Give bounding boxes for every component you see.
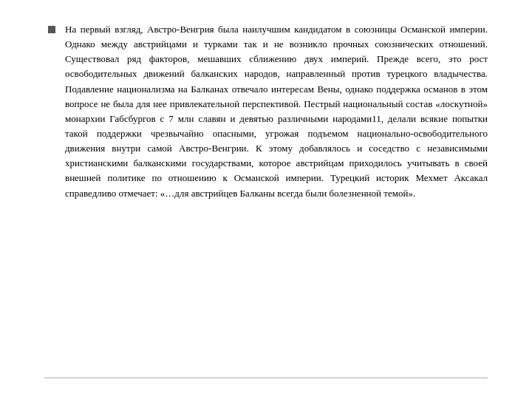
bullet-square-icon: [48, 26, 55, 33]
text-block: На первый взгляд, Австро-Венгрия была на…: [44, 22, 488, 201]
paragraph-text: На первый взгляд, Австро-Венгрия была на…: [65, 22, 488, 201]
content-area: На первый взгляд, Австро-Венгрия была на…: [44, 22, 488, 377]
bottom-line: [44, 378, 488, 378]
page-container: На первый взгляд, Австро-Венгрия была на…: [0, 0, 532, 399]
bullet-marker: [44, 24, 59, 33]
